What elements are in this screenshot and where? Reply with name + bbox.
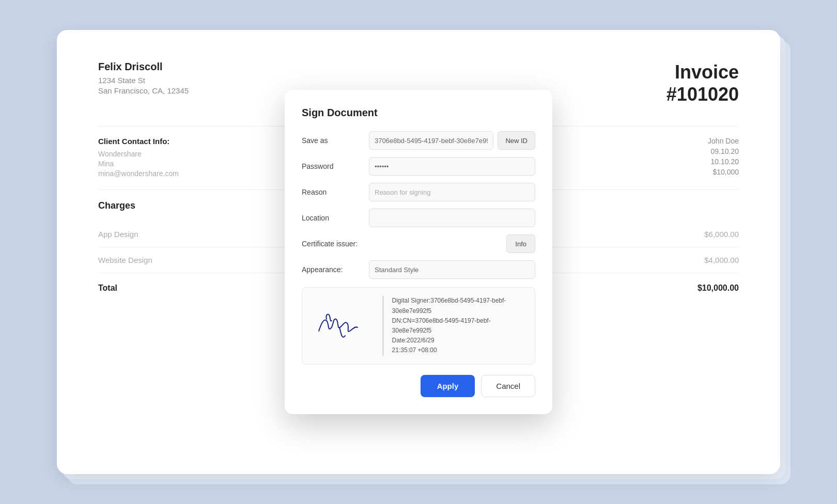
password-row: Password <box>302 157 535 176</box>
sign-document-modal: Sign Document Save as New ID Password <box>284 89 553 414</box>
page-wrapper: Felix Driscoll 1234 State St San Francis… <box>57 30 780 474</box>
reason-input[interactable] <box>369 183 535 201</box>
modal-overlay: Sign Document Save as New ID Password <box>57 30 780 474</box>
cert-issuer-label: Certificate issuer: <box>302 240 369 248</box>
location-row: Location <box>302 209 535 227</box>
modal-title: Sign Document <box>302 107 535 119</box>
save-as-input[interactable] <box>369 131 493 150</box>
location-input[interactable] <box>369 209 535 227</box>
signature-svg <box>311 308 373 344</box>
cert-issuer-row: Certificate issuer: Info <box>302 234 535 253</box>
location-label: Location <box>302 214 369 222</box>
modal-actions: Apply Cancel <box>302 375 535 397</box>
invoice-card: Felix Driscoll 1234 State St San Francis… <box>57 30 780 474</box>
cancel-button[interactable]: Cancel <box>481 375 535 397</box>
reason-label: Reason <box>302 188 369 196</box>
appearance-label: Appearance: <box>302 265 369 274</box>
appearance-row: Appearance: <box>302 260 535 279</box>
location-input-wrapper <box>369 209 535 227</box>
password-input-wrapper <box>369 157 535 176</box>
save-as-input-wrapper: New ID <box>369 131 535 150</box>
appearance-input[interactable] <box>369 260 535 279</box>
signature-text: Digital Signer:3706e8bd-5495-4197-bebf-3… <box>382 296 526 355</box>
reason-row: Reason <box>302 183 535 201</box>
sig-time: 21:35:07 +08:00 <box>392 345 526 355</box>
signature-image <box>311 305 374 346</box>
password-input[interactable] <box>369 157 535 176</box>
sig-digital-signer: Digital Signer:3706e8bd-5495-4197-bebf-3… <box>392 296 526 316</box>
signature-preview: Digital Signer:3706e8bd-5495-4197-bebf-3… <box>302 287 535 364</box>
apply-button[interactable]: Apply <box>421 375 475 397</box>
new-id-button[interactable]: New ID <box>498 131 535 150</box>
save-as-row: Save as New ID <box>302 131 535 150</box>
info-button[interactable]: Info <box>506 234 535 253</box>
reason-input-wrapper <box>369 183 535 201</box>
sig-dn: DN:CN=3706e8bd-5495-4197-bebf-30e8e7e992… <box>392 316 526 336</box>
save-as-label: Save as <box>302 136 369 145</box>
appearance-input-wrapper <box>369 260 535 279</box>
password-label: Password <box>302 162 369 170</box>
sig-date: Date:2022/6/29 <box>392 336 526 345</box>
